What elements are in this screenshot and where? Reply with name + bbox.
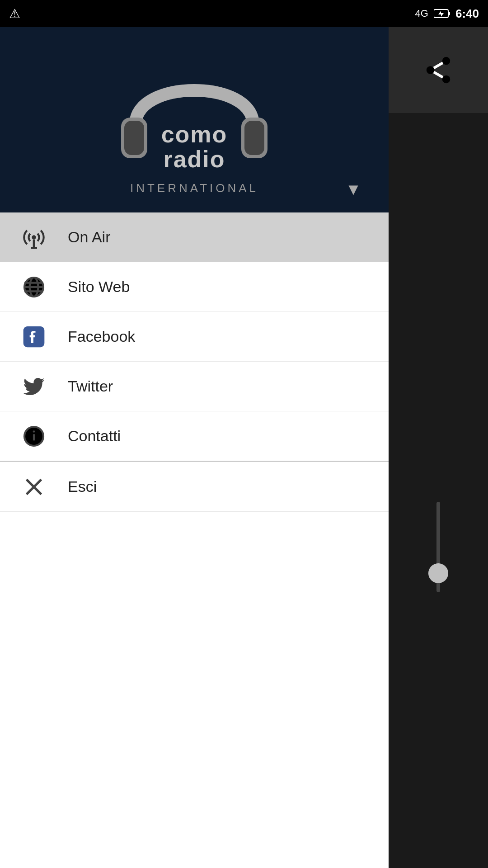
- time-display: 6:40: [455, 7, 479, 21]
- volume-slider-thumb[interactable]: [428, 563, 448, 583]
- svg-rect-8: [124, 121, 144, 155]
- sito-web-label: Sito Web: [68, 278, 130, 296]
- svg-point-14: [32, 235, 36, 239]
- svg-line-6: [434, 63, 443, 68]
- svg-text:radio: radio: [163, 146, 225, 172]
- twitter-label: Twitter: [68, 377, 113, 395]
- menu-item-twitter[interactable]: Twitter: [0, 362, 389, 411]
- facebook-icon: [18, 321, 50, 353]
- volume-slider-track[interactable]: [436, 502, 440, 592]
- sidebar-header: como radio INTERNATIONAL ▼: [0, 27, 389, 212]
- svg-point-26: [33, 430, 35, 433]
- svg-text:INTERNATIONAL: INTERNATIONAL: [130, 181, 258, 195]
- globe-icon: [18, 271, 50, 303]
- facebook-label: Facebook: [68, 328, 135, 345]
- status-bar-right: 4G 6:40: [415, 7, 479, 21]
- esci-label: Esci: [68, 478, 97, 495]
- main-container: como radio INTERNATIONAL ▼: [0, 27, 488, 868]
- dropdown-arrow[interactable]: ▼: [345, 180, 361, 199]
- menu-item-esci[interactable]: Esci: [0, 462, 389, 512]
- svg-point-2: [442, 57, 450, 65]
- status-bar-left: ⚠: [9, 6, 20, 21]
- como-radio-logo: como radio INTERNATIONAL: [108, 38, 280, 201]
- svg-text:como: como: [161, 121, 228, 147]
- menu-item-facebook[interactable]: Facebook: [0, 312, 389, 362]
- close-icon: [18, 471, 50, 503]
- battery-icon: [434, 9, 450, 19]
- status-bar: ⚠ 4G 6:40: [0, 0, 488, 27]
- twitter-icon: [18, 371, 50, 402]
- svg-rect-10: [244, 121, 264, 155]
- menu-list: On Air Sito Web: [0, 212, 389, 512]
- menu-item-sito-web[interactable]: Sito Web: [0, 262, 389, 312]
- menu-item-contatti[interactable]: Contatti: [0, 411, 389, 461]
- svg-line-5: [434, 72, 443, 77]
- menu-item-on-air[interactable]: On Air: [0, 212, 389, 262]
- svg-point-3: [427, 66, 435, 74]
- sidebar: como radio INTERNATIONAL ▼: [0, 27, 389, 868]
- logo-container: como radio INTERNATIONAL: [108, 38, 280, 201]
- contatti-label: Contatti: [68, 427, 121, 445]
- right-panel: [389, 27, 488, 868]
- warning-icon: ⚠: [9, 6, 20, 21]
- signal-indicator: 4G: [415, 8, 428, 19]
- volume-slider-area[interactable]: [389, 502, 488, 592]
- share-button[interactable]: [389, 27, 488, 113]
- radio-tower-icon: [18, 222, 50, 253]
- info-icon: [18, 420, 50, 452]
- svg-point-4: [442, 75, 450, 83]
- on-air-label: On Air: [68, 228, 110, 246]
- svg-rect-1: [448, 12, 450, 15]
